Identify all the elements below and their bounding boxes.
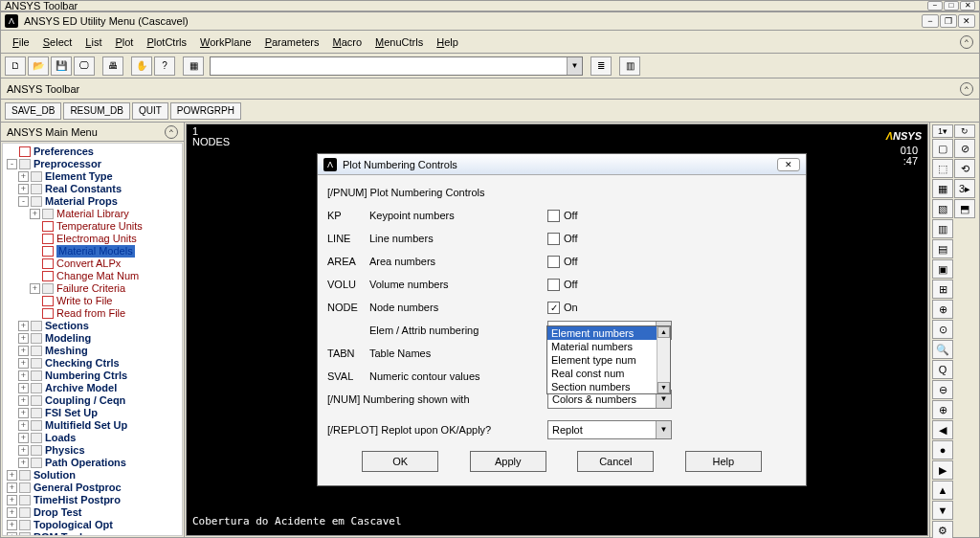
command-input[interactable]: ▼ — [210, 56, 583, 76]
tree-item-archive-model[interactable]: +Archive Model — [5, 382, 180, 394]
filter-icon[interactable]: ≣ — [590, 56, 612, 76]
close-icon[interactable]: ✕ — [960, 1, 975, 11]
toolbar-button-quit[interactable]: QUIT — [132, 102, 168, 120]
tree-item-element-type[interactable]: +Element Type — [5, 170, 180, 183]
view-tool-button[interactable]: ⚙ — [932, 521, 953, 538]
expand-icon[interactable]: + — [30, 283, 40, 294]
toolbar-button-resum_db[interactable]: RESUM_DB — [63, 102, 130, 120]
view-tool-button[interactable]: ⬚ — [932, 159, 953, 178]
expand-icon[interactable]: + — [18, 358, 29, 369]
tree-item-material-props[interactable]: -Material Props — [5, 195, 180, 208]
help-button[interactable]: Help — [685, 451, 762, 472]
expand-icon[interactable]: + — [18, 395, 29, 406]
expand-icon[interactable]: + — [18, 370, 29, 381]
view-tool-button[interactable]: ⊞ — [932, 280, 953, 299]
expand-icon[interactable]: + — [18, 445, 29, 456]
menu-select[interactable]: Select — [37, 34, 78, 50]
menu-parameters[interactable]: Parameters — [259, 34, 325, 50]
collapse-icon[interactable]: ^ — [960, 82, 973, 96]
dropdown-option[interactable]: Element type num — [547, 353, 670, 367]
scroll-down-icon[interactable]: ▼ — [657, 382, 670, 393]
grid-icon[interactable]: ▦ — [183, 56, 204, 76]
view-tool-button[interactable]: ▼ — [932, 501, 953, 520]
view-tool-button[interactable]: ⊕ — [932, 300, 953, 319]
tree-item-read-from-file[interactable]: Read from File — [5, 307, 180, 320]
view-tool-button[interactable]: ▢ — [932, 139, 953, 158]
menu-macro[interactable]: Macro — [327, 34, 368, 50]
dropdown-select[interactable]: Replot▼ — [547, 420, 672, 439]
minimize-icon[interactable]: − — [922, 14, 939, 28]
tree-item-timehist-postpro[interactable]: +TimeHist Postpro — [5, 494, 180, 506]
checkbox[interactable]: ✓ — [547, 302, 560, 314]
menu-list[interactable]: List — [79, 34, 107, 50]
expand-icon[interactable]: + — [7, 482, 17, 493]
menu-plotctrls[interactable]: PlotCtrls — [141, 34, 192, 50]
expand-icon[interactable]: + — [18, 433, 29, 443]
expand-icon[interactable]: + — [7, 520, 17, 530]
toolbar-button-save_db[interactable]: SAVE_DB — [5, 102, 61, 120]
tree-item-change-mat-num[interactable]: Change Mat Num — [5, 270, 180, 282]
view-tool-button[interactable]: ⊖ — [932, 380, 953, 399]
tree-item-physics[interactable]: +Physics — [5, 444, 180, 457]
tree-item-fsi-set-up[interactable]: +FSI Set Up — [5, 407, 180, 419]
view-tool-button[interactable]: 🔍 — [932, 340, 953, 359]
expand-icon[interactable]: + — [18, 383, 29, 393]
expand-icon[interactable]: + — [30, 209, 40, 219]
tree-item-coupling-ceqn[interactable]: +Coupling / Ceqn — [5, 394, 180, 407]
dialog-titlebar[interactable]: Λ Plot Numbering Controls ✕ — [318, 154, 806, 175]
expand-icon[interactable]: + — [7, 532, 17, 536]
close-icon[interactable]: ✕ — [958, 14, 975, 28]
view-tool-button[interactable]: ▤ — [932, 239, 953, 258]
expand-icon[interactable]: + — [7, 470, 17, 481]
tree-item-solution[interactable]: +Solution — [5, 469, 180, 482]
expand-icon[interactable]: + — [18, 408, 29, 418]
new-file-icon[interactable]: 🗋 — [5, 56, 26, 76]
tree-item-loads[interactable]: +Loads — [5, 432, 180, 444]
tree-item-write-to-file[interactable]: Write to File — [5, 295, 180, 307]
checkbox[interactable] — [547, 233, 560, 245]
view-tool-button[interactable]: ⊘ — [954, 139, 975, 158]
dropdown-option[interactable]: Real const num — [547, 367, 670, 380]
collapse-icon[interactable]: ^ — [165, 125, 178, 139]
tree-item-preprocessor[interactable]: -Preprocessor — [5, 158, 180, 170]
tree-item-material-models[interactable]: Material Models — [5, 245, 180, 258]
tree-item-meshing[interactable]: +Meshing — [5, 345, 180, 357]
maximize-icon[interactable]: □ — [944, 1, 959, 11]
tree-item-numbering-ctrls[interactable]: +Numbering Ctrls — [5, 370, 180, 382]
view-tool-button[interactable]: 1▾ — [932, 124, 953, 138]
view-tool-button[interactable]: ⟲ — [954, 159, 975, 178]
hand-icon[interactable]: ✋ — [131, 56, 152, 76]
view-tool-button[interactable]: ◀ — [932, 420, 953, 439]
scroll-up-icon[interactable]: ▲ — [657, 326, 670, 338]
expand-icon[interactable]: + — [18, 321, 29, 331]
expand-icon[interactable]: + — [18, 420, 29, 431]
dropdown-arrow-icon[interactable]: ▼ — [656, 421, 671, 438]
main-menu-tree[interactable]: Preferences-Preprocessor+Element Type+Re… — [2, 143, 183, 536]
view-tool-button[interactable]: 3▸ — [954, 179, 975, 198]
menu-menuctrls[interactable]: MenuCtrls — [369, 34, 429, 50]
tree-item-preferences[interactable]: Preferences — [5, 146, 180, 158]
collapse-icon[interactable]: - — [18, 196, 29, 207]
tree-item-convert-alpx[interactable]: Convert ALPx — [5, 258, 180, 270]
tree-item-material-library[interactable]: +Material Library — [5, 208, 180, 220]
cancel-button[interactable]: Cancel — [577, 451, 654, 472]
dropdown-option[interactable]: Element numbers — [547, 326, 670, 340]
tree-item-failure-criteria[interactable]: +Failure Criteria — [5, 282, 180, 295]
help-icon[interactable]: ? — [154, 56, 175, 76]
view-tool-button[interactable]: ⊕ — [932, 400, 953, 419]
toolbar-button-powrgrph[interactable]: POWRGRPH — [170, 102, 241, 120]
tree-item-temperature-units[interactable]: Temperature Units — [5, 220, 180, 233]
view-tool-button[interactable]: ↻ — [954, 124, 975, 138]
view-tool-button[interactable]: ⬒ — [954, 199, 975, 218]
menu-help[interactable]: Help — [431, 34, 464, 50]
checkbox[interactable] — [547, 279, 560, 291]
tree-item-drop-test[interactable]: +Drop Test — [5, 506, 180, 519]
dropdown-arrow-icon[interactable]: ▼ — [567, 57, 582, 75]
view-tool-button[interactable]: Q — [932, 360, 953, 379]
dropdown-option[interactable]: Material numbers — [547, 340, 670, 353]
ok-button[interactable]: OK — [362, 451, 438, 472]
tree-item-path-operations[interactable]: +Path Operations — [5, 457, 180, 469]
tree-item-rom-tool[interactable]: +ROM Tool — [5, 531, 180, 536]
checkbox[interactable] — [547, 210, 560, 222]
save-icon[interactable]: 💾 — [51, 56, 72, 76]
